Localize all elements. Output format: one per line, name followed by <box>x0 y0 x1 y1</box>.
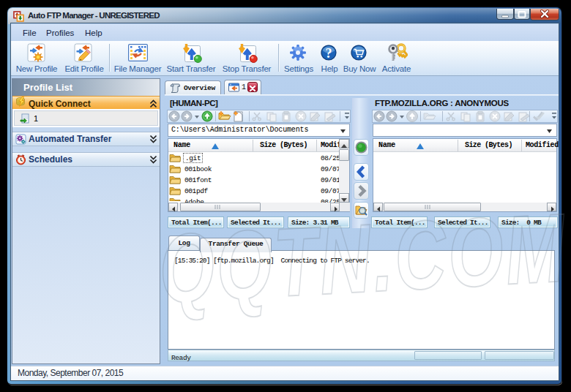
svg-text:?: ? <box>326 46 332 61</box>
